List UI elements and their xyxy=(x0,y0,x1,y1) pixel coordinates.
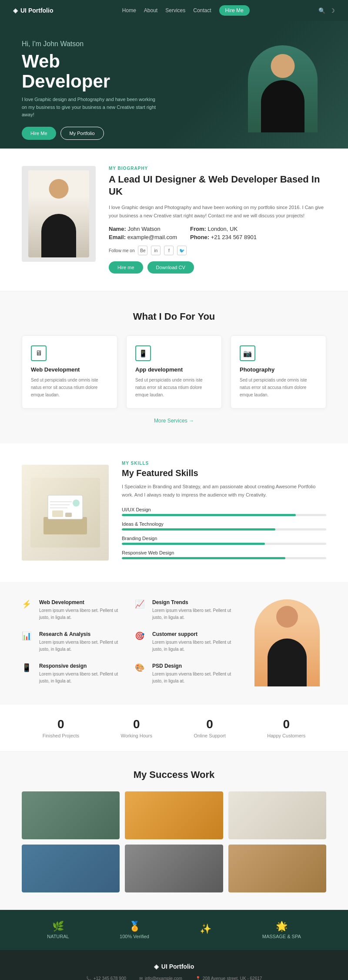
hero-hire-btn[interactable]: Hire Me xyxy=(22,127,56,140)
feature-psd-text: PSD Design Lorem ipsum viverra libero se… xyxy=(152,663,239,685)
skills-title: My Featured Skills xyxy=(122,468,326,478)
feature-design-desc: Lorem ipsum viverra libero set. Pellent … xyxy=(152,607,239,621)
portfolio-item-6[interactable] xyxy=(228,845,326,892)
portfolio-img-6 xyxy=(228,845,326,892)
location-icon: 📍 xyxy=(195,976,201,980)
brand-natural: 🌿 NATURAL xyxy=(47,921,69,939)
portfolio-item-4[interactable] xyxy=(22,845,120,892)
skill-tech-item: Ideas & Technology xyxy=(122,521,326,531)
skills-image xyxy=(22,465,109,561)
about-content: MY BIOGRAPHY A Lead UI Designer & Web De… xyxy=(109,166,326,274)
stat-customers-label: Happy Customers xyxy=(267,733,305,738)
hero-title-line2: Developer xyxy=(22,71,110,91)
footer-phone-value: +12 345 678 900 xyxy=(94,976,126,980)
feature-web-title: Web Development xyxy=(39,599,126,605)
about-name-label: Name: John Watson xyxy=(109,226,177,232)
feature-design-trends: 📈 Design Trends Lorem ipsum viverra libe… xyxy=(135,599,239,622)
hero-image xyxy=(248,45,326,132)
hero-title-line1: Web xyxy=(22,51,60,71)
portfolio-img-1 xyxy=(22,791,120,839)
brand-icon: ◈ xyxy=(13,7,18,14)
footer-email-value: info@example.com xyxy=(145,976,182,980)
skill-responsive-fill xyxy=(122,557,285,559)
feature-responsive-text: Responsive design Lorem ipsum viverra li… xyxy=(39,663,126,685)
about-cv-btn[interactable]: Download CV xyxy=(147,261,194,274)
brand-verified-label: 100% Verified xyxy=(120,934,149,939)
service-photo-title: Photography xyxy=(240,366,317,373)
brands-section: 🌿 NATURAL 🏅 100% Verified ✨ 🌟 MASSAGE & … xyxy=(0,910,348,950)
social-linkedin-icon[interactable]: in xyxy=(151,246,161,255)
stat-hours: 0 Working Hours xyxy=(120,717,152,738)
skill-brand-label: Branding Design xyxy=(122,536,326,541)
features-grid: ⚡ Web Development Lorem ipsum viverra li… xyxy=(22,599,239,686)
skills-illustration xyxy=(22,465,109,561)
skill-ux-item: UI/UX Design xyxy=(122,507,326,516)
phone-icon: 📞 xyxy=(86,976,91,980)
portfolio-img-4 xyxy=(22,845,120,892)
navbar-brand[interactable]: ◈ UI Portfolio xyxy=(13,7,53,14)
hero-person-illustration xyxy=(248,45,318,132)
search-icon[interactable]: 🔍 xyxy=(318,7,325,14)
social-twitter-icon[interactable]: 🐦 xyxy=(177,246,187,255)
brand-natural-label: NATURAL xyxy=(47,934,69,939)
portfolio-img-5 xyxy=(125,845,223,892)
brand-spa: 🌟 MASSAGE & SPA xyxy=(262,921,301,939)
nav-contact[interactable]: Contact xyxy=(193,7,211,14)
feature-customer-icon: 🎯 xyxy=(135,631,148,644)
nav-about[interactable]: About xyxy=(144,7,157,14)
services-title: What I Do For You xyxy=(22,311,326,322)
portfolio-item-2[interactable] xyxy=(125,791,223,839)
portfolio-item-1[interactable] xyxy=(22,791,120,839)
portfolio-section: My Success Work xyxy=(0,752,348,910)
skill-brand-item: Branding Design xyxy=(122,536,326,545)
feature-research-title: Research & Analysis xyxy=(39,631,126,637)
skill-ux-fill xyxy=(122,514,296,516)
brand-verified: 🏅 100% Verified xyxy=(120,921,149,939)
skill-tech-bar xyxy=(122,528,326,531)
about-hire-btn[interactable]: Hire me xyxy=(109,261,143,274)
feature-psd-desc: Lorem ipsum viverra libero set. Pellent … xyxy=(152,671,239,685)
feature-responsive: 📱 Responsive design Lorem ipsum viverra … xyxy=(22,663,126,686)
hero-text: Hi, I'm John Watson Web Developer I love… xyxy=(22,38,161,140)
social-facebook-icon[interactable]: f xyxy=(164,246,174,255)
skill-responsive-bar xyxy=(122,557,326,559)
social-row: Follow me on Be in f 🐦 xyxy=(109,246,326,255)
footer-address-value: 208 Avenue street, UK - 62617 xyxy=(203,976,262,980)
skill-tech-label: Ideas & Technology xyxy=(122,521,326,527)
feature-research-desc: Lorem ipsum viverra libero set. Pellent … xyxy=(39,639,126,653)
navbar-links: Home About Services Contact Hire Me xyxy=(122,5,250,16)
stat-customers: 0 Happy Customers xyxy=(267,717,305,738)
social-follow-label: Follow me on xyxy=(109,248,134,253)
portfolio-img-3 xyxy=(228,791,326,839)
skill-brand-bar xyxy=(122,543,326,545)
social-behance-icon[interactable]: Be xyxy=(138,246,147,255)
footer-brand-name: UI Portfolio xyxy=(161,963,194,970)
about-title: A Lead UI Designer & Web Developer Based… xyxy=(109,173,326,198)
portfolio-item-5[interactable] xyxy=(125,845,223,892)
more-services-link[interactable]: More Services xyxy=(154,418,194,424)
skills-section: MY SKILLS My Featured Skills I Specializ… xyxy=(0,443,348,581)
about-detail-left: Name: John Watson Email: example@mail.co… xyxy=(109,226,177,240)
feature-design-text: Design Trends Lorem ipsum viverra libero… xyxy=(152,599,239,621)
nav-hire-btn[interactable]: Hire Me xyxy=(219,5,250,16)
stat-customers-value: 0 xyxy=(267,717,305,731)
nav-services[interactable]: Services xyxy=(165,7,185,14)
about-buttons: Hire me Download CV xyxy=(109,261,326,274)
stat-support-label: Online Support xyxy=(194,733,225,738)
feature-web-icon: ⚡ xyxy=(22,599,35,612)
dark-mode-icon[interactable]: ☽ xyxy=(330,7,335,14)
feature-responsive-title: Responsive design xyxy=(39,663,126,669)
skill-ux-bar xyxy=(122,514,326,516)
about-section: MY BIOGRAPHY A Lead UI Designer & Web De… xyxy=(0,149,348,291)
feature-research-text: Research & Analysis Lorem ipsum viverra … xyxy=(39,631,126,653)
about-image xyxy=(22,166,96,262)
footer-phone: 📞 +12 345 678 900 xyxy=(86,976,126,980)
footer: ◈ UI Portfolio 📞 +12 345 678 900 ✉ info@… xyxy=(0,950,348,980)
hero-title: Web Developer xyxy=(22,51,161,91)
stat-support-value: 0 xyxy=(194,717,225,731)
portfolio-item-3[interactable] xyxy=(228,791,326,839)
svg-rect-0 xyxy=(44,517,87,534)
hero-portfolio-btn[interactable]: My Portfolio xyxy=(60,127,104,140)
stat-projects: 0 Finished Projects xyxy=(43,717,79,738)
nav-home[interactable]: Home xyxy=(122,7,136,14)
